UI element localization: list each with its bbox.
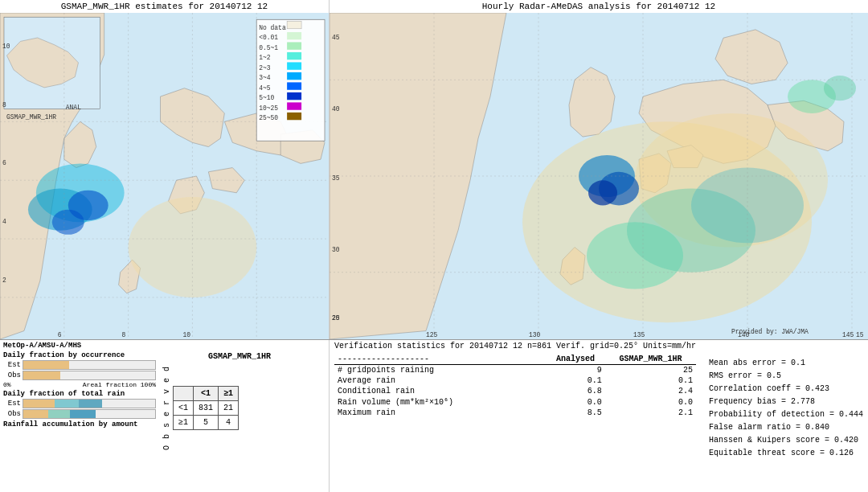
stat-ets: Equitable threat score = 0.126 [709, 447, 863, 460]
stat-rms: RMS error = 0.5 [709, 370, 863, 383]
right-stats-area: Mean abs error = 0.1 RMS error = 0.5 Cor… [702, 354, 863, 460]
cm-empty-header [174, 387, 194, 401]
stat-hanssen: Hanssen & Kuipers score = 0.420 [709, 434, 863, 447]
verif-row-2: Conditional rain 6.8 2.4 [334, 386, 696, 396]
axis-right-1: Areal fraction 100% [83, 381, 156, 388]
svg-rect-42 [287, 52, 301, 59]
verif-val1-1: 0.1 [546, 375, 605, 386]
svg-rect-38 [287, 32, 301, 39]
bar-title-3: Rainfall accumulation by amount [3, 420, 156, 428]
svg-text:8: 8 [2, 100, 6, 108]
est-bar-fill-2 [23, 400, 102, 408]
verif-title: Verification statistics for 20140712 12 … [334, 342, 863, 351]
est-bar-track-2 [23, 399, 156, 408]
left-map-area: ANAL 10 8 6 4 2 6 [0, 13, 329, 339]
est-bar-fill [23, 361, 69, 369]
confusion-matrix-table: <1 ≥1 <1 831 21 [173, 386, 239, 430]
bar-title-1: Daily fraction by occurrence [3, 351, 156, 359]
svg-text:4~5: 4~5 [259, 84, 270, 92]
svg-point-74 [824, 76, 856, 100]
verif-content: ------------------- Analysed GSMAP_MWR_1… [334, 354, 863, 460]
svg-text:4: 4 [2, 218, 6, 225]
verif-val2-2: 2.4 [605, 386, 696, 396]
verif-table-area: ------------------- Analysed GSMAP_MWR_1… [334, 354, 696, 460]
svg-rect-44 [287, 62, 301, 69]
verif-row-0: # gridpoints raining 9 25 [334, 365, 696, 376]
svg-text:125: 125 [426, 331, 437, 338]
svg-text:130: 130 [529, 331, 540, 338]
verif-label-2: Conditional rain [334, 386, 546, 396]
left-panel: GSMAP_MWR_1HR estimates for 20140712 12 [0, 0, 330, 339]
top-section: GSMAP_MWR_1HR estimates for 20140712 12 [0, 0, 868, 339]
svg-text:2: 2 [2, 277, 6, 284]
est-bar-track [23, 360, 156, 370]
svg-text:10: 10 [2, 43, 10, 50]
bottom-left-section: MetOp-A/AMSU-A/MHS Daily fraction by occ… [0, 340, 330, 492]
svg-text:25~50: 25~50 [259, 114, 278, 121]
cm-cell-ge1-ge1: 4 [219, 416, 239, 430]
bar-charts-area: Daily fraction by occurrence Est Obs [3, 351, 156, 492]
est-bar-row: Est [3, 360, 156, 370]
cm-row-ge1: ≥1 5 4 [174, 416, 239, 430]
cm-row-lt1-label: <1 [174, 401, 194, 416]
verif-label-0: # gridpoints raining [334, 365, 546, 376]
obs-bar-track [23, 371, 156, 380]
svg-rect-54 [287, 113, 301, 120]
svg-text:10: 10 [182, 331, 190, 338]
svg-text:2~3: 2~3 [259, 64, 270, 72]
left-map-svg: ANAL 10 8 6 4 2 6 [0, 13, 329, 339]
svg-text:30: 30 [332, 246, 340, 253]
cm-row-ge1-label: ≥1 [174, 416, 194, 430]
right-map-title: Hourly Radar-AMeDAS analysis for 2014071… [330, 0, 868, 13]
bar-axis-1: 0% Areal fraction 100% [3, 381, 156, 388]
obs-label-1: Obs [3, 371, 21, 379]
cm-wrapper: O b s e r v e d <1 ≥1 [161, 363, 318, 453]
axis-left-1: 0% [3, 381, 11, 388]
svg-text:5~10: 5~10 [259, 94, 274, 101]
verif-col-analysed: Analysed [546, 354, 605, 365]
observed-label: O b s e r v e d [161, 363, 173, 453]
svg-text:45: 45 [332, 34, 340, 41]
verif-label-4: Maximum rain [334, 408, 546, 418]
svg-text:145: 145 [842, 331, 854, 338]
cm-col-lt1: <1 [194, 387, 219, 401]
svg-text:3~4: 3~4 [259, 74, 270, 81]
svg-point-12 [52, 210, 84, 235]
svg-text:35: 35 [332, 174, 340, 182]
est-label-2: Est [3, 400, 21, 408]
cm-cell-ge1-lt1: 5 [194, 416, 219, 430]
main-container: GSMAP_MWR_1HR estimates for 20140712 12 [0, 0, 868, 492]
svg-text:<0.01: <0.01 [259, 34, 278, 41]
stat-corr: Correlation coeff = 0.423 [709, 383, 863, 396]
svg-rect-52 [287, 102, 301, 109]
cm-col-ge1: ≥1 [219, 387, 239, 401]
obs-bar-fill [23, 371, 60, 379]
verif-col-gsmap: GSMAP_MWR_1HR [605, 354, 696, 365]
verif-val0-1: 9 [546, 365, 605, 376]
verif-label-3: Rain volume (mm*km²×10⁶) [334, 396, 546, 408]
svg-text:135: 135 [633, 331, 645, 338]
svg-text:0.5~1: 0.5~1 [259, 44, 278, 51]
svg-text:20: 20 [332, 314, 340, 322]
right-panel: Hourly Radar-AMeDAS analysis for 2014071… [330, 0, 868, 339]
verif-row-1: Average rain 0.1 0.1 [334, 375, 696, 386]
obs-bar-track-2 [23, 409, 156, 419]
svg-rect-46 [287, 72, 301, 80]
cm-cell-lt1-lt1: 831 [194, 401, 219, 416]
obs-bar-row: Obs [3, 371, 156, 380]
verif-row-3: Rain volume (mm*km²×10⁶) 0.0 0.0 [334, 396, 696, 408]
verif-val4-1: 8.5 [546, 408, 605, 418]
verif-val3-1: 0.0 [546, 396, 605, 408]
verif-label-1: Average rain [334, 375, 546, 386]
stat-freq-bias: Frequency bias = 2.778 [709, 396, 863, 408]
svg-rect-40 [287, 42, 301, 49]
bottom-right-section: Verification statistics for 20140712 12 … [330, 340, 868, 492]
obs-bar-row-2: Obs [3, 409, 156, 419]
svg-rect-48 [287, 82, 301, 89]
est-label-1: Est [3, 361, 21, 369]
right-map-area: 45 40 35 30 25 125 130 135 140 145 15 20 [330, 13, 868, 339]
bottom-section: MetOp-A/AMSU-A/MHS Daily fraction by occ… [0, 339, 868, 492]
stat-mean-abs: Mean abs error = 0.1 [709, 357, 863, 370]
svg-text:10~25: 10~25 [259, 105, 278, 112]
metop-label: MetOp-A/AMSU-A/MHS [3, 342, 326, 350]
